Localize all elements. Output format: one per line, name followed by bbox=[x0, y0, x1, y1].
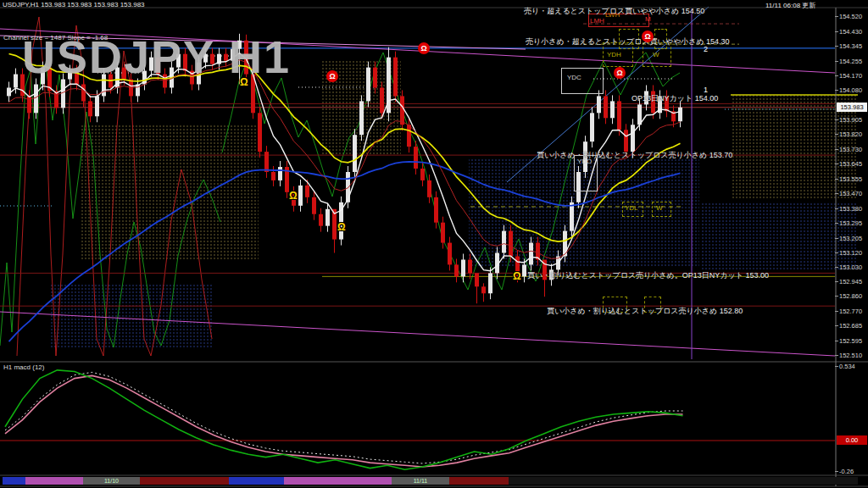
macd-scale-bottom: -0.26 bbox=[839, 468, 854, 475]
session-date-label: 11/10 bbox=[83, 477, 140, 485]
candle-body bbox=[366, 68, 370, 102]
candle-body bbox=[407, 125, 411, 147]
level-box-label: YDL bbox=[625, 204, 638, 212]
ichimoku-cloud bbox=[81, 125, 259, 259]
order-annotation: 買い・割り込むとストップロス売り小さめ。OP13日NYカット 153.00 bbox=[527, 270, 769, 281]
candle-body bbox=[264, 152, 269, 172]
candle-body bbox=[81, 85, 86, 102]
line-number-label: 1 bbox=[704, 86, 708, 94]
update-timestamp: 11/11 06:08 更新 bbox=[765, 1, 815, 10]
candle-body bbox=[502, 231, 506, 253]
candle-body bbox=[380, 87, 384, 113]
magnet-icon: Ω bbox=[240, 76, 248, 88]
macd-main-line bbox=[5, 370, 683, 469]
candle-body bbox=[624, 130, 628, 152]
candle-body bbox=[617, 101, 621, 130]
price-axis-tick: 154.345 bbox=[839, 42, 862, 50]
price-axis-tick: 153.295 bbox=[839, 219, 862, 227]
alert-magnet-icon: Ω bbox=[326, 70, 338, 82]
candle-body bbox=[590, 113, 594, 141]
order-annotation: 買い小さめ・割り込むとストップロス売り小さめ 153.70 bbox=[537, 150, 732, 161]
candle-body bbox=[298, 186, 303, 206]
candle-body bbox=[319, 214, 323, 226]
level-box-label: W bbox=[656, 204, 663, 212]
order-annotation: 売り小さめ・超えるとストップロス買いやや小さめ 154.30 bbox=[526, 36, 730, 47]
candle-body bbox=[529, 243, 533, 265]
order-annotation: 売り・超えるとストップロス買いやや小さめ 154.50 bbox=[524, 6, 704, 17]
session-segment bbox=[509, 477, 858, 485]
candle-body bbox=[448, 243, 452, 265]
candle-body bbox=[475, 273, 479, 286]
line-number-label: 2 bbox=[704, 45, 708, 53]
price-axis-tick: 152.595 bbox=[839, 337, 862, 345]
session-segment bbox=[140, 477, 229, 485]
candle-body bbox=[353, 135, 357, 172]
candle-body bbox=[359, 101, 364, 135]
candle-body bbox=[95, 96, 99, 116]
candle-body bbox=[434, 197, 438, 223]
alert-magnet-icon: Ω bbox=[614, 67, 626, 79]
price-axis-tick: 154.080 bbox=[839, 86, 862, 94]
candle-body bbox=[488, 273, 492, 293]
order-annotation: 買い小さめ・割り込むとストップロス売り小さめ 152.80 bbox=[547, 306, 743, 317]
candle-body bbox=[271, 172, 275, 180]
session-segment bbox=[284, 477, 392, 485]
price-axis-tick: 153.820 bbox=[839, 130, 862, 138]
candle-body bbox=[427, 180, 431, 197]
price-axis-tick: 154.520 bbox=[839, 13, 862, 20]
candle-body bbox=[570, 202, 574, 231]
candle-body bbox=[604, 96, 608, 118]
candle-body bbox=[461, 259, 465, 276]
channel-info-label: Channel size = 1487 Slope = -1.68 bbox=[3, 34, 108, 42]
macd-indicator-label: H1 macd (12) bbox=[3, 363, 44, 371]
price-axis-tick: 153.380 bbox=[839, 205, 862, 213]
session-segment: 11/10 bbox=[83, 477, 140, 485]
session-segment bbox=[229, 477, 284, 485]
session-date-label: 11/11 bbox=[392, 477, 449, 485]
candle-body bbox=[278, 167, 282, 180]
session-segment bbox=[449, 477, 509, 485]
session-segment bbox=[3, 477, 25, 485]
candle-body bbox=[454, 264, 459, 276]
candle-body bbox=[441, 223, 445, 243]
candle-body bbox=[637, 104, 642, 125]
price-axis-tick: 153.030 bbox=[839, 263, 862, 271]
price-axis-tick: 154.255 bbox=[839, 58, 862, 65]
level-box-label: YDC bbox=[567, 74, 581, 81]
price-axis-tick: 153.470 bbox=[839, 190, 862, 197]
candle-body bbox=[312, 197, 316, 214]
trading-chart-window: USDJPY,H1 153.983 153.983 153.983 153.98… bbox=[0, 0, 868, 488]
price-axis-tick: 153.555 bbox=[839, 175, 862, 183]
candle-body bbox=[468, 259, 472, 273]
candle-body bbox=[326, 209, 330, 226]
price-axis-tick: 153.730 bbox=[839, 146, 862, 153]
candle-body bbox=[420, 169, 425, 180]
candle-body bbox=[509, 231, 513, 257]
price-axis-tick: 152.510 bbox=[839, 352, 862, 359]
session-segment: 11/11 bbox=[392, 477, 449, 485]
magnet-icon: Ω bbox=[289, 190, 298, 202]
candle-body bbox=[481, 286, 486, 293]
price-axis-tick: 154.430 bbox=[839, 28, 862, 36]
price-axis-tick: 152.770 bbox=[839, 308, 862, 315]
candle-body bbox=[597, 96, 601, 113]
price-axis-tick: 152.685 bbox=[839, 322, 862, 330]
alert-magnet-icon: Ω bbox=[642, 30, 654, 42]
price-axis-tick: 153.905 bbox=[839, 116, 862, 124]
order-annotation: OP13日NYカット 154.00 bbox=[632, 93, 718, 104]
macd-scale-top: 0.534 bbox=[839, 363, 855, 370]
candle-body bbox=[414, 147, 418, 169]
macd-zero-tag: 0.00 bbox=[837, 435, 867, 445]
candle-body bbox=[61, 80, 65, 108]
candle-body bbox=[305, 186, 309, 197]
candle-body bbox=[34, 85, 38, 114]
candle-body bbox=[393, 58, 398, 97]
magnet-icon: Ω bbox=[337, 221, 346, 233]
session-segment bbox=[25, 477, 83, 485]
price-axis-tick: 154.170 bbox=[839, 72, 862, 80]
level-box-label: LMH bbox=[590, 17, 604, 25]
candle-body bbox=[678, 108, 682, 122]
candle-body bbox=[88, 101, 92, 116]
candle-body bbox=[14, 75, 18, 88]
current-price-tag: 153.983 bbox=[837, 103, 867, 112]
